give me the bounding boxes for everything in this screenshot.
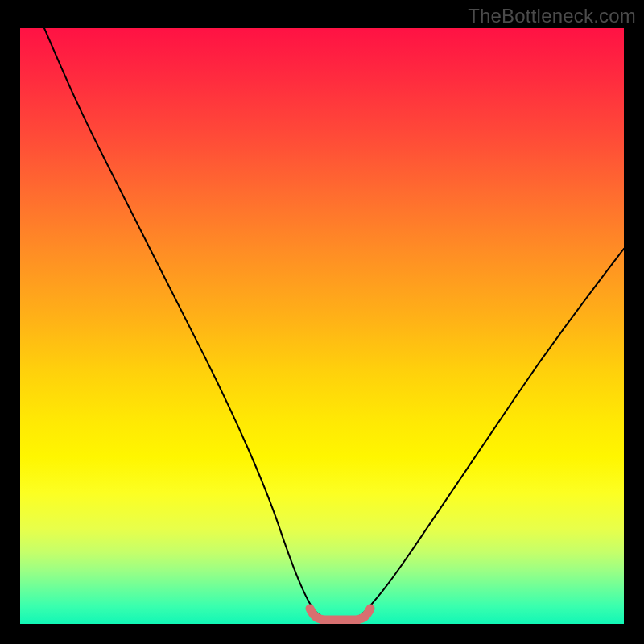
watermark-label: TheBottleneck.com: [468, 5, 636, 27]
chart-frame: TheBottleneck.com: [0, 0, 644, 644]
curve-layer: [20, 28, 624, 624]
plot-area: [20, 28, 624, 624]
bottleneck-curve: [44, 28, 624, 621]
flat-region-marker: [310, 609, 370, 620]
